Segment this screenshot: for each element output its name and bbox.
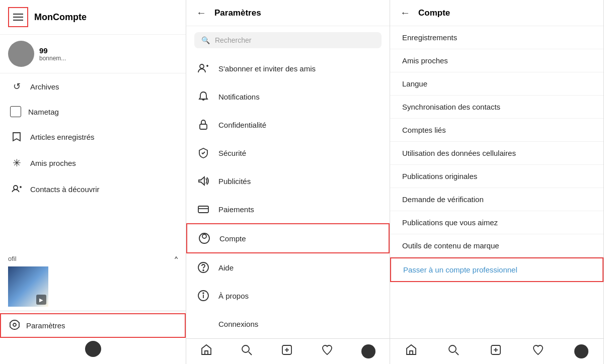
chevron-up-icon: ^ <box>175 255 178 262</box>
svg-point-4 <box>200 64 204 68</box>
settings-item-notifications[interactable]: Notifications <box>186 82 390 111</box>
articles-icon <box>10 130 23 143</box>
svg-point-17 <box>242 345 249 352</box>
paiements-label: Paiements <box>218 205 254 214</box>
contacts-icon <box>10 183 23 192</box>
account-item-langue[interactable]: Langue <box>390 72 603 96</box>
notifications-icon <box>196 89 210 104</box>
securite-icon <box>196 146 210 160</box>
confidentialite-icon <box>196 118 210 132</box>
compte-icon <box>197 231 211 245</box>
settings-item-aide[interactable]: Aide <box>186 253 390 282</box>
account-item-donnees-cellulaires[interactable]: Utilisation des données cellulaires <box>390 142 603 165</box>
account-item-enregistrements[interactable]: Enregistrements <box>390 26 603 49</box>
menu-item-amis-proches[interactable]: ✳ Amis proches <box>0 150 186 176</box>
panel3-nav-profile-icon[interactable] <box>574 344 588 358</box>
account-item-publications-aimez[interactable]: Publications que vous aimez <box>390 211 603 234</box>
search-icon: 🔍 <box>201 36 210 44</box>
publicites-label: Publicités <box>218 177 251 186</box>
image-thumbnail: ▶ <box>8 266 48 307</box>
svg-point-10 <box>202 234 206 238</box>
panel1-footer: Paramètres <box>0 311 186 364</box>
svg-point-3 <box>13 323 16 326</box>
account-list: Enregistrements Amis proches Langue Sync… <box>390 26 603 338</box>
search-placeholder: Rechercher <box>215 36 251 44</box>
nav-search-icon[interactable] <box>241 344 253 359</box>
archives-icon: ↺ <box>10 80 23 93</box>
archives-label: Archives <box>30 82 59 91</box>
profile-avatar-bottom[interactable] <box>85 341 101 357</box>
follower-label: bonnem... <box>39 55 66 62</box>
panel3-nav-add-icon[interactable] <box>490 344 502 359</box>
svg-point-22 <box>449 345 456 352</box>
panel2-header: ← Paramètres <box>186 0 390 26</box>
settings-item-compte[interactable]: Compte <box>186 223 390 253</box>
stats-text: 99 bonnem... <box>39 46 66 62</box>
contacts-label: Contacts à découvrir <box>30 185 100 193</box>
abonner-label: S'abonner et inviter des amis <box>218 64 316 73</box>
menu-item-contacts[interactable]: Contacts à découvrir <box>0 176 186 192</box>
settings-list: S'abonner et inviter des amis Notificati… <box>186 54 390 338</box>
settings-item-confidentialite[interactable]: Confidentialité <box>186 111 390 139</box>
settings-item-abonner[interactable]: S'abonner et inviter des amis <box>186 54 390 82</box>
menu-item-nametag[interactable]: Nametag <box>0 100 186 124</box>
panel-compte: ← Compte Enregistrements Amis proches La… <box>390 0 604 364</box>
settings-item-apropos[interactable]: À propos <box>186 282 390 310</box>
parametres-footer-button[interactable]: Paramètres <box>0 313 186 338</box>
svg-point-0 <box>14 186 18 190</box>
menu-item-archives[interactable]: ↺ Archives <box>0 73 186 100</box>
panel3-back-arrow-icon[interactable]: ← <box>400 7 410 19</box>
nametag-icon <box>10 106 21 117</box>
svg-line-23 <box>456 352 459 355</box>
account-item-publications-originales[interactable]: Publications originales <box>390 165 603 188</box>
panel3-bottom-nav <box>390 338 603 364</box>
panel3-nav-home-icon[interactable] <box>405 344 417 359</box>
apropos-icon <box>196 289 210 303</box>
account-item-amis-proches[interactable]: Amis proches <box>390 49 603 72</box>
profile-label: ofil <box>8 255 17 262</box>
apropos-label: À propos <box>218 292 249 300</box>
back-arrow-icon[interactable]: ← <box>196 7 206 19</box>
settings-item-connexions[interactable]: Connexions <box>186 310 390 338</box>
aide-label: Aide <box>218 263 234 272</box>
nav-home-icon[interactable] <box>200 344 212 359</box>
nav-add-icon[interactable] <box>281 344 293 359</box>
menu-item-articles[interactable]: Articles enregistrés <box>0 124 186 150</box>
parametres-footer-icon <box>9 319 20 332</box>
panel2-bottom-nav <box>186 338 390 364</box>
account-item-outils-marque[interactable]: Outils de contenu de marque <box>390 234 603 257</box>
avatar-area: 99 bonnem... <box>0 35 186 73</box>
connexions-icon <box>196 317 210 331</box>
panel3-nav-search-icon[interactable] <box>447 344 460 359</box>
amis-proches-label: Amis proches <box>30 159 76 167</box>
account-item-comptes-lies[interactable]: Comptes liés <box>390 119 603 142</box>
account-item-passer-professionnel[interactable]: Passer à un compte professionnel <box>390 257 603 282</box>
account-item-demande-verification[interactable]: Demande de vérification <box>390 188 603 211</box>
follower-count: 99 <box>39 46 66 55</box>
nav-heart-icon[interactable] <box>321 344 333 359</box>
svg-line-18 <box>249 352 252 355</box>
panel3-title: Compte <box>418 8 450 18</box>
settings-item-paiements[interactable]: Paiements <box>186 195 390 223</box>
nametag-label: Nametag <box>28 108 59 116</box>
panel3-nav-heart-icon[interactable] <box>532 344 544 359</box>
notifications-label: Notifications <box>218 93 260 101</box>
account-item-sync-contacts[interactable]: Synchronisation des contacts <box>390 96 603 119</box>
settings-item-publicites[interactable]: Publicités <box>186 167 390 195</box>
svg-point-13 <box>203 270 204 271</box>
hamburger-button[interactable] <box>8 7 28 27</box>
profile-row: ofil ^ <box>0 252 186 262</box>
settings-item-securite[interactable]: Sécurité <box>186 139 390 167</box>
panel2-title: Paramètres <box>214 8 261 18</box>
parametres-footer-label: Paramètres <box>26 321 65 330</box>
panel-parametres: ← Paramètres 🔍 Rechercher S'abonner et i… <box>186 0 390 364</box>
nav-profile-icon[interactable] <box>361 344 375 358</box>
thumbnail-row: ▶ <box>0 262 186 311</box>
svg-rect-8 <box>198 206 208 213</box>
securite-label: Sécurité <box>218 149 246 157</box>
panel-moncompte: MonCompte 99 bonnem... ↺ Archives Nameta… <box>0 0 186 364</box>
search-bar[interactable]: 🔍 Rechercher <box>194 32 382 48</box>
publicites-icon <box>196 174 210 188</box>
panel3-header: ← Compte <box>390 0 603 26</box>
paiements-icon <box>196 202 210 216</box>
